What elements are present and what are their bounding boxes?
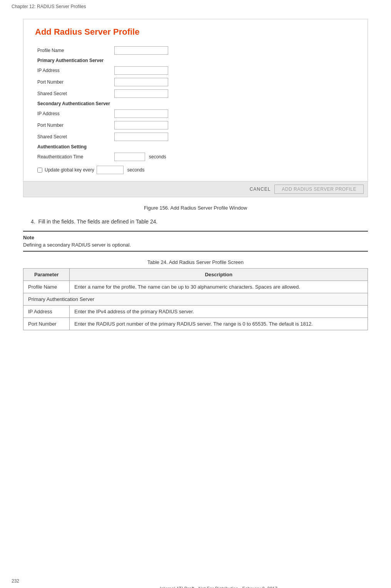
secondary-secret-input[interactable] bbox=[114, 133, 168, 141]
param-cell: IP Address bbox=[23, 306, 70, 318]
table-caption: Table 24. Add Radius Server Profile Scre… bbox=[23, 259, 368, 265]
update-key-input[interactable] bbox=[97, 166, 124, 174]
primary-port-input-cell: 1812 bbox=[112, 76, 356, 88]
form-table: Profile Name Primary Authentication Serv… bbox=[35, 45, 356, 177]
primary-ip-row: IP Address bbox=[35, 65, 356, 76]
profile-name-input-cell bbox=[112, 45, 356, 56]
primary-secret-label: Shared Secret bbox=[35, 88, 112, 99]
form-title: Add Radius Server Profile bbox=[35, 27, 356, 37]
secondary-port-label: Port Number bbox=[35, 119, 112, 131]
secondary-secret-row: Shared Secret bbox=[35, 131, 356, 143]
profile-name-label: Profile Name bbox=[35, 45, 112, 56]
desc-cell: Enter the IPv4 address of the primary RA… bbox=[70, 306, 368, 318]
page-number: 232 bbox=[12, 578, 19, 584]
update-key-label: Update global key every bbox=[45, 167, 94, 173]
reauth-time-label: Reauthentication Time bbox=[35, 151, 112, 163]
param-cell: Profile Name bbox=[23, 281, 70, 293]
add-button[interactable]: ADD RADIUS SERVER PROFILE bbox=[274, 185, 364, 194]
figure-caption: Figure 156. Add Radius Server Profile Wi… bbox=[23, 205, 368, 211]
table-row: Profile NameEnter a name for the profile… bbox=[23, 281, 368, 293]
secondary-ip-input-cell bbox=[112, 108, 356, 119]
primary-section-row: Primary Authentication Server bbox=[35, 56, 356, 65]
primary-secret-row: Shared Secret bbox=[35, 88, 356, 99]
auth-setting-row: Authentication Setting bbox=[35, 143, 356, 151]
desc-cell: Enter the RADIUS port number of the prim… bbox=[70, 318, 368, 330]
data-table: Parameter Description Profile NameEnter … bbox=[23, 268, 368, 330]
secondary-ip-row: IP Address bbox=[35, 108, 356, 119]
primary-ip-input-cell bbox=[112, 65, 356, 76]
table-header-description: Description bbox=[70, 269, 368, 281]
chapter-header: Chapter 12: RADIUS Server Profiles bbox=[0, 0, 391, 11]
secondary-port-row: Port Number 1812 bbox=[35, 119, 356, 131]
auth-setting-label: Authentication Setting bbox=[35, 143, 356, 151]
profile-name-row: Profile Name bbox=[35, 45, 356, 56]
step-number: 4. bbox=[31, 218, 35, 225]
note-box: Note Defining a secondary RADIUS server … bbox=[23, 231, 368, 252]
reauth-time-input[interactable]: 3600 bbox=[114, 153, 145, 161]
table-row: Port NumberEnter the RADIUS port number … bbox=[23, 318, 368, 330]
primary-ip-input[interactable] bbox=[114, 66, 168, 75]
form-window: Add Radius Server Profile Profile Name P… bbox=[23, 19, 368, 197]
step-content: Fill in the fields. The fields are defin… bbox=[38, 218, 157, 225]
update-key-cell: Update global key every seconds bbox=[35, 163, 356, 177]
param-cell: Port Number bbox=[23, 318, 70, 330]
primary-secret-input[interactable] bbox=[114, 89, 168, 98]
step-text: 4. Fill in the fields. The fields are de… bbox=[23, 218, 368, 225]
secondary-port-input-cell: 1812 bbox=[112, 119, 356, 131]
table-header-parameter: Parameter bbox=[23, 269, 70, 281]
chapter-title: Chapter 12: RADIUS Server Profiles bbox=[12, 4, 86, 9]
primary-secret-input-cell bbox=[112, 88, 356, 99]
cancel-button[interactable]: CANCEL bbox=[250, 186, 271, 192]
primary-port-input[interactable]: 1812 bbox=[114, 78, 168, 86]
table-row: IP AddressEnter the IPv4 address of the … bbox=[23, 306, 368, 318]
update-key-checkbox[interactable] bbox=[37, 168, 42, 173]
secondary-port-input[interactable]: 1812 bbox=[114, 121, 168, 129]
update-key-unit: seconds bbox=[127, 167, 145, 173]
footer-text: Internal ATI Draft - Not For Distributio… bbox=[23, 586, 391, 588]
desc-cell: Enter a name for the profile. The name c… bbox=[70, 281, 368, 293]
note-title: Note bbox=[23, 235, 368, 240]
primary-section-label: Primary Authentication Server bbox=[35, 56, 356, 65]
table-header-row: Parameter Description bbox=[23, 269, 368, 281]
secondary-secret-input-cell bbox=[112, 131, 356, 143]
secondary-ip-label: IP Address bbox=[35, 108, 112, 119]
profile-name-input[interactable] bbox=[114, 46, 168, 55]
secondary-ip-input[interactable] bbox=[114, 109, 168, 118]
primary-ip-label: IP Address bbox=[35, 65, 112, 76]
primary-port-row: Port Number 1812 bbox=[35, 76, 356, 88]
secondary-secret-label: Shared Secret bbox=[35, 131, 112, 143]
secondary-section-row: Secondary Authentication Server bbox=[35, 99, 356, 108]
secondary-section-label: Secondary Authentication Server bbox=[35, 99, 356, 108]
table-row: Primary Authentication Server bbox=[23, 293, 368, 306]
update-key-row: Update global key every seconds bbox=[35, 163, 356, 177]
update-key-row-inner: Update global key every seconds bbox=[37, 164, 354, 176]
reauth-time-row: Reauthentication Time 3600 seconds bbox=[35, 151, 356, 163]
main-content: Add Radius Server Profile Profile Name P… bbox=[0, 11, 391, 588]
note-text: Defining a secondary RADIUS server is op… bbox=[23, 242, 368, 248]
reauth-time-input-cell: 3600 seconds bbox=[112, 151, 356, 163]
span-cell: Primary Authentication Server bbox=[23, 293, 368, 306]
form-footer: CANCEL ADD RADIUS SERVER PROFILE bbox=[23, 181, 368, 197]
reauth-time-unit: seconds bbox=[149, 154, 166, 160]
primary-port-label: Port Number bbox=[35, 76, 112, 88]
